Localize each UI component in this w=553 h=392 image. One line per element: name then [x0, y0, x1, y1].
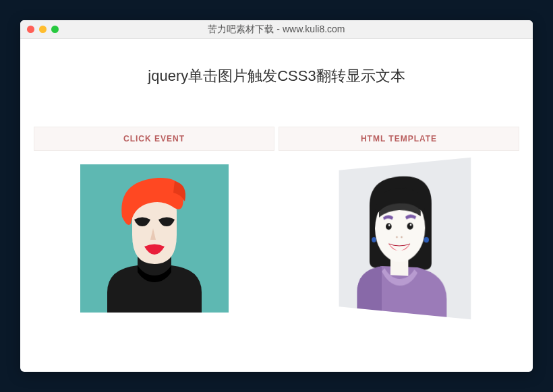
page-title: jquery单击图片触发CSS3翻转显示文本 [34, 66, 519, 86]
card-row: CLICK EVENT [34, 127, 519, 358]
close-icon[interactable] [27, 26, 34, 33]
card-label: HTML TEMPLATE [279, 127, 519, 151]
window-controls [27, 26, 59, 33]
titlebar: 苦力吧素材下载 - www.kuli8.com [20, 20, 533, 39]
minimize-icon[interactable] [39, 26, 47, 33]
card-html-template: HTML TEMPLATE [279, 127, 519, 358]
avatar-red-hair-icon[interactable] [80, 164, 229, 313]
maximize-icon[interactable] [51, 26, 59, 33]
card-click-event: CLICK EVENT [34, 127, 274, 358]
avatar-black-hair-icon[interactable] [339, 158, 471, 320]
window-title: 苦力吧素材下载 - www.kuli8.com [20, 24, 533, 36]
browser-window: 苦力吧素材下载 - www.kuli8.com jquery单击图片触发CSS3… [20, 20, 533, 372]
card-label: CLICK EVENT [34, 127, 274, 151]
page-content: jquery单击图片触发CSS3翻转显示文本 CLICK EVENT [20, 39, 533, 372]
